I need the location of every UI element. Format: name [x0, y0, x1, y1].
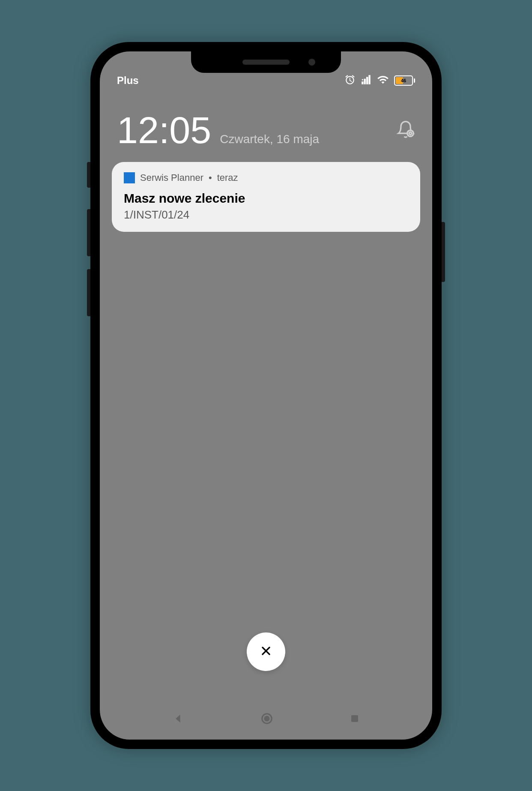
phone-frame: Plus 46	[90, 42, 442, 749]
home-button[interactable]	[260, 712, 273, 727]
app-name: Serwis Planner	[140, 172, 203, 183]
volume-up-button	[87, 209, 90, 256]
front-camera	[308, 59, 315, 66]
mute-switch	[87, 162, 90, 188]
clock-row: 12:05 Czwartek, 16 maja	[100, 94, 432, 162]
wifi-icon	[377, 74, 389, 87]
svg-point-6	[265, 716, 269, 721]
recents-button[interactable]	[350, 713, 360, 725]
volume-down-button	[87, 269, 90, 316]
close-icon	[259, 644, 273, 659]
alarm-icon	[344, 74, 356, 87]
notification-body: 1/INST/01/24	[124, 208, 408, 222]
signal-icon	[361, 74, 372, 87]
notification-settings-icon[interactable]	[396, 120, 415, 141]
dismiss-notifications-button[interactable]	[247, 632, 285, 671]
clock-date: Czwartek, 16 maja	[220, 132, 319, 146]
clock-date-group: 12:05 Czwartek, 16 maja	[117, 111, 319, 149]
navigation-bar	[100, 712, 432, 727]
notification-card[interactable]: Serwis Planner • teraz Masz nowe zleceni…	[112, 162, 420, 232]
notification-title: Masz nowe zlecenie	[124, 191, 408, 206]
clock-time: 12:05	[117, 111, 211, 149]
status-icons: 46	[344, 74, 415, 87]
power-button	[442, 222, 445, 282]
battery-icon: 46	[394, 75, 415, 86]
screen: Plus 46	[100, 51, 432, 740]
app-icon	[124, 172, 135, 183]
back-button[interactable]	[172, 713, 184, 726]
notification-header: Serwis Planner • teraz	[124, 172, 408, 183]
svg-point-0	[362, 79, 363, 80]
notch	[191, 51, 341, 73]
carrier-label: Plus	[117, 75, 139, 87]
notification-time: teraz	[217, 172, 238, 183]
separator: •	[209, 172, 212, 183]
svg-rect-7	[351, 715, 358, 722]
battery-level: 46	[401, 78, 406, 83]
speaker-grille	[242, 60, 290, 65]
